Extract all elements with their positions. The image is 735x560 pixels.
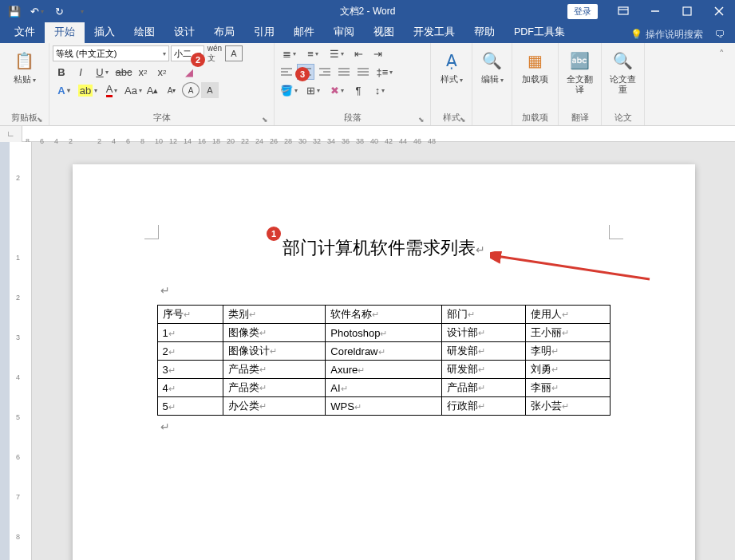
- table-cell[interactable]: 研发部↵: [441, 342, 525, 361]
- table-cell[interactable]: 行政部↵: [441, 397, 525, 416]
- login-button[interactable]: 登录: [567, 4, 598, 19]
- table-cell[interactable]: 序号↵: [157, 306, 223, 324]
- translate-button[interactable]: 🔤 全文翻译: [562, 45, 598, 98]
- table-cell[interactable]: 图像类↵: [223, 324, 326, 342]
- bullets-button[interactable]: ≣▾: [278, 45, 300, 61]
- tab-文件[interactable]: 文件: [5, 22, 45, 43]
- char-shading-button[interactable]: Aa▾: [124, 82, 142, 98]
- table-row[interactable]: 3↵产品类↵Axure↵研发部↵刘勇↵: [157, 361, 610, 379]
- align-left-icon[interactable]: [278, 64, 295, 80]
- clipboard-launcher-icon[interactable]: ⬊: [37, 116, 43, 124]
- bold-button[interactable]: B: [53, 64, 70, 80]
- table-row[interactable]: 5↵办公类↵WPS↵行政部↵张小芸↵: [157, 397, 610, 416]
- table-cell[interactable]: 使用人↵: [526, 306, 610, 324]
- table-cell[interactable]: 5↵: [157, 397, 223, 416]
- document-area[interactable]: 部门计算机软件需求列表↵ ↵ 序号↵类别↵软件名称↵部门↵使用人↵1↵图像类↵P…: [32, 142, 735, 560]
- increase-indent-icon[interactable]: ⇥: [369, 45, 386, 61]
- document-title[interactable]: 部门计算机软件需求列表↵: [157, 236, 611, 260]
- show-marks-icon[interactable]: ¶: [350, 82, 367, 98]
- table-cell[interactable]: WPS↵: [326, 397, 441, 416]
- addins-button[interactable]: ▦ 加载项: [517, 45, 553, 88]
- tab-视图[interactable]: 视图: [364, 22, 404, 43]
- table-cell[interactable]: 部门↵: [441, 306, 525, 324]
- table-cell[interactable]: 张小芸↵: [526, 397, 610, 416]
- table-cell[interactable]: 图像设计↵: [223, 342, 326, 361]
- table-cell[interactable]: 刘勇↵: [526, 361, 610, 379]
- tab-帮助[interactable]: 帮助: [464, 22, 504, 43]
- text-effect-button[interactable]: A▾: [53, 82, 75, 98]
- ribbon-display-icon[interactable]: [607, 0, 639, 22]
- tab-开发工具[interactable]: 开发工具: [404, 22, 464, 43]
- tab-引用[interactable]: 引用: [244, 22, 284, 43]
- shrink-font-icon[interactable]: A▾: [163, 82, 180, 98]
- close-icon[interactable]: [703, 0, 735, 22]
- table-cell[interactable]: 李明↵: [526, 342, 610, 361]
- table-row[interactable]: 2↵图像设计↵Coreldraw↵研发部↵李明↵: [157, 342, 610, 361]
- font-launcher-icon[interactable]: ⬊: [262, 116, 268, 124]
- phonetic-guide-icon[interactable]: wén文: [206, 45, 223, 61]
- tab-PDF工具集[interactable]: PDF工具集: [504, 22, 575, 43]
- share-icon[interactable]: 🗨: [709, 26, 730, 43]
- table-cell[interactable]: 软件名称↵: [326, 306, 441, 324]
- tab-设计[interactable]: 设计: [164, 22, 204, 43]
- thumbnail-strip[interactable]: [0, 142, 10, 560]
- underline-button[interactable]: U▾: [91, 64, 113, 80]
- qat-customize-icon[interactable]: ▾: [72, 2, 91, 21]
- line-spacing-button[interactable]: ‡≡▾: [373, 64, 396, 80]
- table-cell[interactable]: Axure↵: [326, 361, 441, 379]
- borders-button[interactable]: ⊞▾: [302, 82, 324, 98]
- save-icon[interactable]: 💾: [5, 2, 24, 21]
- ruler-vertical[interactable]: 2 1 2 3 4 5 6 7 8: [10, 142, 32, 560]
- table-cell[interactable]: 4↵: [157, 379, 223, 397]
- shading-button[interactable]: 🪣▾: [278, 82, 300, 98]
- table-cell[interactable]: Coreldraw↵: [326, 342, 441, 361]
- char-border-icon[interactable]: A: [225, 45, 243, 61]
- minimize-icon[interactable]: [639, 0, 671, 22]
- table-cell[interactable]: 2↵: [157, 342, 223, 361]
- tab-插入[interactable]: 插入: [85, 22, 124, 43]
- collapse-ribbon-icon[interactable]: ˄: [713, 45, 730, 61]
- align-justify-icon[interactable]: [335, 64, 353, 80]
- table-cell[interactable]: 类别↵: [223, 306, 326, 324]
- decrease-indent-icon[interactable]: ⇤: [350, 45, 367, 61]
- align-right-icon[interactable]: [316, 64, 334, 80]
- redo-icon[interactable]: ↻: [49, 2, 69, 21]
- tab-布局[interactable]: 布局: [204, 22, 244, 43]
- sort-button[interactable]: ✖▾: [326, 82, 348, 98]
- table-cell[interactable]: Photoshop↵: [326, 324, 441, 342]
- tab-邮件[interactable]: 邮件: [284, 22, 324, 43]
- styles-launcher-icon[interactable]: ⬊: [460, 116, 466, 124]
- table-row[interactable]: 1↵图像类↵Photoshop↵设计部↵王小丽↵: [157, 324, 610, 342]
- requirements-table[interactable]: 序号↵类别↵软件名称↵部门↵使用人↵1↵图像类↵Photoshop↵设计部↵王小…: [157, 305, 611, 416]
- grow-font-icon[interactable]: A▴: [144, 82, 161, 98]
- char-shading2-icon[interactable]: A: [201, 82, 219, 98]
- table-cell[interactable]: 产品类↵: [223, 361, 326, 379]
- superscript-button[interactable]: x2: [153, 64, 171, 80]
- table-row[interactable]: 4↵产品类↵AI↵产品部↵李丽↵: [157, 379, 610, 397]
- ruler-horizontal[interactable]: ∟ 86422468101214161820222426283032343638…: [0, 126, 735, 142]
- tab-selector-icon[interactable]: ∟: [0, 126, 22, 142]
- table-cell[interactable]: 办公类↵: [223, 397, 326, 416]
- page[interactable]: 部门计算机软件需求列表↵ ↵ 序号↵类别↵软件名称↵部门↵使用人↵1↵图像类↵P…: [73, 164, 695, 560]
- tell-me-search[interactable]: 💡 操作说明搜索: [630, 28, 703, 41]
- para-launcher-icon[interactable]: ⬊: [418, 116, 425, 124]
- table-cell[interactable]: 3↵: [157, 361, 223, 379]
- tab-开始[interactable]: 开始: [45, 22, 85, 43]
- strikethrough-button[interactable]: abc: [115, 64, 132, 80]
- maximize-icon[interactable]: [671, 0, 703, 22]
- undo-icon[interactable]: ↶▾: [27, 2, 46, 21]
- table-cell[interactable]: AI↵: [326, 379, 441, 397]
- table-cell[interactable]: 设计部↵: [441, 324, 525, 342]
- table-cell[interactable]: 产品部↵: [441, 379, 525, 397]
- editing-button[interactable]: 🔍 编辑▾: [476, 45, 509, 88]
- enclose-char-icon[interactable]: A: [182, 82, 200, 98]
- italic-button[interactable]: I: [72, 64, 89, 80]
- font-name-combo[interactable]: 等线 (中文正文)▾: [53, 45, 169, 61]
- align-distributed-icon[interactable]: [354, 64, 372, 80]
- check-button[interactable]: 🔍 论文查重: [605, 45, 641, 98]
- table-cell[interactable]: 产品类↵: [223, 379, 326, 397]
- table-cell[interactable]: 1↵: [157, 324, 223, 342]
- tab-审阅[interactable]: 审阅: [324, 22, 364, 43]
- multilevel-button[interactable]: ☰▾: [326, 45, 348, 61]
- highlight-button[interactable]: ab▾: [77, 82, 99, 98]
